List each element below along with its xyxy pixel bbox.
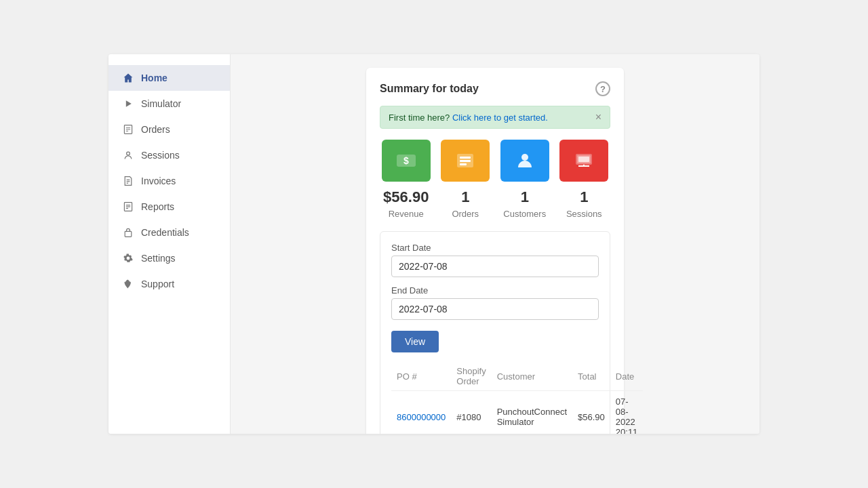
outer-container: Home Simulator Orders [0,0,868,488]
sidebar-label-credentials: Credentials [141,227,189,238]
start-date-input[interactable] [391,256,599,277]
svg-marker-0 [126,100,132,107]
sidebar-item-invoices[interactable]: Invoices [108,168,230,194]
sessions-label: Sessions [566,209,602,219]
col-po: PO # [391,362,451,391]
revenue-icon-box: $ [382,140,431,182]
sidebar: Home Simulator Orders [108,54,231,434]
sidebar-item-support[interactable]: Support [108,271,230,297]
orders-label: Orders [452,209,479,219]
end-date-input[interactable] [391,298,599,320]
cell-date: 07-08-2022 20:11 [610,391,644,434]
card-header: Summary for today ? [380,81,610,96]
credentials-icon [122,226,134,239]
revenue-value: $56.90 [383,188,429,206]
alert-close-button[interactable]: × [595,112,601,123]
sidebar-label-simulator: Simulator [141,98,181,109]
help-icon[interactable]: ? [595,81,610,96]
app-container: Home Simulator Orders [108,54,760,434]
money-icon: $ [395,150,417,171]
svg-point-20 [521,154,528,161]
svg-point-5 [127,152,130,155]
alert-link[interactable]: Click here to get started. [452,113,548,123]
svg-rect-23 [578,157,589,162]
svg-rect-18 [460,160,471,162]
orders-stat-icon [454,150,476,171]
orders-table: PO # Shopify Order Customer Total Date 8… [391,362,643,434]
sessions-icon-box [559,140,608,182]
svg-rect-13 [125,231,132,237]
col-customer: Customer [492,362,572,391]
view-button[interactable]: View [391,331,439,352]
cell-po: 8600000000 [391,391,451,434]
svg-text:$: $ [403,155,409,166]
sidebar-item-orders[interactable]: Orders [108,117,230,142]
start-date-group: Start Date [391,243,599,277]
cell-customer: PunchoutConnect Simulator [492,391,572,434]
sidebar-label-support: Support [141,279,174,289]
revenue-label: Revenue [389,209,424,219]
sidebar-label-settings: Settings [141,253,176,264]
table-row: 8600000000 #1080 PunchoutConnect Simulat… [391,391,643,434]
customers-label: Customers [503,209,546,219]
stat-card-sessions: 1 Sessions [558,140,611,219]
sessions-value: 1 [580,188,588,206]
orders-icon-box [441,140,490,182]
summary-card: Summary for today ? First time here? Cli… [366,68,624,434]
end-date-group: End Date [391,285,599,320]
customers-icon-box [500,140,549,182]
sidebar-item-simulator[interactable]: Simulator [108,91,230,117]
sidebar-item-sessions[interactable]: Sessions [108,142,230,168]
sidebar-label-orders: Orders [141,124,170,135]
end-date-label: End Date [391,285,599,296]
home-icon [122,72,134,84]
svg-rect-17 [460,157,471,159]
sidebar-item-settings[interactable]: Settings [108,245,230,271]
alert-banner: First time here? Click here to get start… [380,106,610,129]
cell-shopify: #1080 [451,391,491,434]
filter-section: Start Date End Date View PO [380,231,610,434]
invoices-icon [122,175,134,187]
sidebar-label-sessions: Sessions [141,150,180,161]
sessions-icon [122,149,134,161]
stat-card-orders: 1 Orders [439,140,492,219]
col-date: Date [610,362,644,391]
support-icon [122,278,134,290]
sessions-stat-icon [573,150,595,171]
sidebar-label-home: Home [141,73,167,83]
svg-rect-19 [460,163,467,165]
sidebar-item-reports[interactable]: Reports [108,194,230,220]
table-header: PO # Shopify Order Customer Total Date [391,362,643,391]
main-content: Summary for today ? First time here? Cli… [231,54,760,434]
alert-text: First time here? Click here to get start… [389,113,548,123]
card-title: Summary for today [380,83,479,95]
sidebar-label-invoices: Invoices [141,176,176,186]
cell-total: $56.90 [572,391,610,434]
settings-icon [122,252,134,264]
po-link[interactable]: 8600000000 [397,412,446,422]
col-shopify: Shopify Order [451,362,491,391]
simulator-icon [122,98,134,110]
col-total: Total [572,362,610,391]
customers-stat-icon [514,150,536,171]
reports-icon [122,201,134,213]
customers-value: 1 [521,188,529,206]
stats-row: $ $56.90 Revenue [380,140,610,219]
stat-card-revenue: $ $56.90 Revenue [380,140,433,219]
orders-icon [122,123,134,136]
sidebar-label-reports: Reports [141,201,174,212]
stat-card-customers: 1 Customers [498,140,551,219]
sidebar-item-home[interactable]: Home [108,65,230,91]
table-body: 8600000000 #1080 PunchoutConnect Simulat… [391,391,643,434]
start-date-label: Start Date [391,243,599,253]
sidebar-item-credentials[interactable]: Credentials [108,220,230,245]
orders-value: 1 [461,188,469,206]
